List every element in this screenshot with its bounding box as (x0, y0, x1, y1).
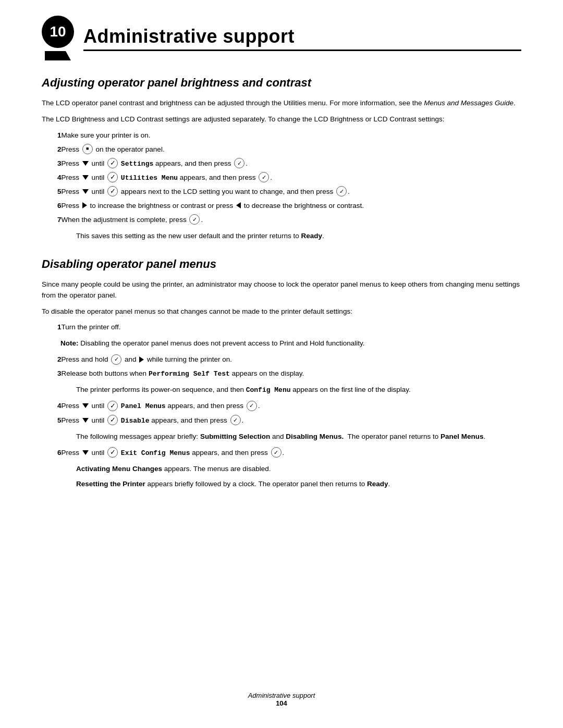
footer-label: Administrative support (0, 692, 563, 699)
down-arrow-icon (82, 175, 89, 180)
select-icon: ✓ (230, 415, 241, 425)
resetting-note: Resetting the Printer appears briefly fo… (76, 479, 521, 490)
check-icon: ✓ (107, 158, 118, 168)
select-icon: ✓ (271, 447, 282, 458)
section1-steps: 1 Make sure your printer is on. 2 Press … (42, 130, 521, 226)
list-item: 3 Release both buttons when Performing S… (42, 368, 521, 379)
check-icon: ✓ (107, 447, 118, 458)
select-icon: ✓ (259, 172, 269, 182)
chapter-header: 10 Administrative support (42, 0, 521, 51)
cont-step5: The following messages appear briefly: S… (76, 431, 521, 442)
footer: Administrative support 104 (0, 692, 563, 707)
list-item: 5 Press until ✓ appears next to the LCD … (42, 187, 521, 198)
list-item: 4 Press until ✓ Panel Menus appears, and… (42, 401, 521, 412)
section2-steps-6: 6 Press until ✓ Exit Config Menus appear… (42, 448, 521, 459)
activating-note: Activating Menu Changes appears. The men… (76, 464, 521, 475)
right-arrow-icon (139, 356, 144, 363)
down-arrow-icon (82, 403, 89, 408)
menu-icon: ■ (82, 144, 93, 154)
list-item: 6 Press to increase the brightness or co… (42, 201, 521, 212)
down-arrow-icon (82, 450, 89, 455)
section1-intro2: The LCD Brightness and LCD Contrast sett… (42, 114, 521, 125)
list-item: 5 Press until ✓ Disable appears, and the… (42, 415, 521, 426)
check-icon: ✓ (107, 415, 118, 425)
page: 10 Administrative support Adjusting oper… (0, 0, 563, 728)
select-icon: ✓ (234, 158, 244, 168)
list-item: 1 Make sure your printer is on. (42, 130, 521, 141)
down-arrow-icon (82, 418, 89, 423)
list-item: 4 Press until ✓ Utilities Menu appears, … (42, 172, 521, 183)
select-icon: ✓ (189, 214, 200, 225)
right-arrow-icon (82, 202, 87, 208)
footer-page: 104 (0, 699, 563, 707)
section2-steps-4-6: 4 Press until ✓ Panel Menus appears, and… (42, 401, 521, 426)
section1-heading: Adjusting operator panel brightness and … (42, 76, 521, 90)
note-block: Note: Disabling the operator panel menus… (60, 338, 521, 349)
check-icon: ✓ (107, 172, 118, 182)
section2-intro2: To disable the operator panel menus so t… (42, 306, 521, 317)
left-arrow-icon (236, 202, 241, 208)
saves-note: This saves this setting as the new user … (76, 231, 521, 242)
check-icon: ✓ (107, 401, 118, 411)
list-item: 1 Turn the printer off. (42, 322, 521, 333)
section2-steps-continued: 2 Press and hold ✓ and while turning the… (42, 354, 521, 379)
check-icon: ✓ (107, 186, 118, 196)
chapter-number: 10 (50, 23, 66, 40)
select-icon: ✓ (336, 186, 347, 196)
section2-steps: 1 Turn the printer off. (42, 322, 521, 333)
chapter-title: Administrative support (83, 26, 295, 47)
list-item: 3 Press until ✓ Settings appears, and th… (42, 158, 521, 169)
select-icon: ✓ (111, 354, 121, 365)
select-icon: ✓ (247, 401, 257, 411)
chapter-badge: 10 (42, 16, 74, 48)
chapter-title-wrap: Administrative support (83, 26, 521, 51)
down-arrow-icon (82, 161, 89, 166)
list-item: 7 When the adjustment is complete, press… (42, 215, 521, 226)
down-arrow-icon (82, 189, 89, 194)
list-item: 2 Press and hold ✓ and while turning the… (42, 354, 521, 365)
section2-intro1: Since many people could be using the pri… (42, 279, 521, 301)
cont-step3: The printer performs its power-on sequen… (76, 385, 521, 396)
section1-intro1: The LCD operator panel contrast and brig… (42, 98, 521, 109)
section2-heading: Disabling operator panel menus (42, 257, 521, 271)
list-item: 6 Press until ✓ Exit Config Menus appear… (42, 448, 521, 459)
list-item: 2 Press ■ on the operator panel. (42, 144, 521, 155)
